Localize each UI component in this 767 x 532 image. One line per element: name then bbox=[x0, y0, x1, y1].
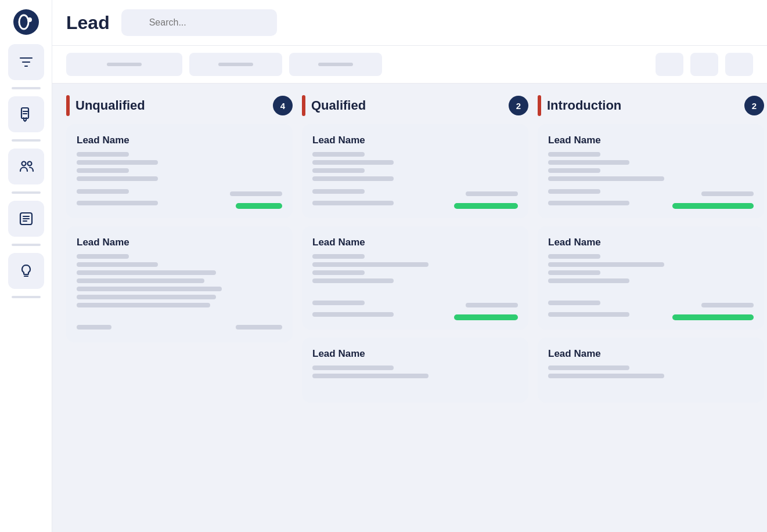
sk bbox=[312, 176, 394, 181]
card-q2-footer bbox=[312, 301, 518, 320]
sidebar-divider-1 bbox=[12, 87, 41, 89]
col-title-introduction: Introduction bbox=[547, 98, 739, 113]
card-i2-title: Lead Name bbox=[548, 237, 754, 248]
sk bbox=[548, 270, 600, 275]
sk bbox=[312, 365, 394, 370]
card-i1-title: Lead Name bbox=[548, 135, 754, 146]
sk bbox=[701, 191, 754, 196]
sidebar-divider-4 bbox=[12, 244, 41, 246]
sk bbox=[77, 262, 158, 267]
sk bbox=[548, 160, 629, 165]
main-content: Lead bbox=[52, 0, 767, 532]
card-i3[interactable]: Lead Name bbox=[538, 338, 764, 403]
card-footer-left bbox=[77, 189, 158, 209]
sk bbox=[312, 254, 365, 259]
card-q2-title: Lead Name bbox=[312, 237, 518, 248]
sk bbox=[548, 201, 629, 205]
col-header-qualified: Qualified 2 bbox=[302, 95, 528, 116]
search-wrapper bbox=[121, 9, 753, 36]
card-i1[interactable]: Lead Name bbox=[538, 124, 764, 218]
sk bbox=[77, 176, 158, 181]
page-title: Lead bbox=[66, 12, 110, 34]
progress-bar bbox=[454, 203, 518, 209]
sk bbox=[312, 374, 428, 378]
search-input[interactable] bbox=[121, 9, 277, 36]
sk bbox=[230, 191, 282, 196]
card-i2[interactable]: Lead Name bbox=[538, 226, 764, 330]
sk bbox=[312, 312, 394, 317]
sk bbox=[312, 301, 365, 305]
sk bbox=[77, 287, 222, 291]
card-q3[interactable]: Lead Name bbox=[302, 338, 528, 403]
card-footer-right bbox=[672, 191, 754, 209]
sk bbox=[312, 262, 428, 267]
spacer bbox=[548, 382, 754, 393]
sk bbox=[77, 278, 204, 283]
filter-pill-bar-3 bbox=[318, 63, 353, 66]
card-footer-left bbox=[548, 301, 629, 320]
svg-point-0 bbox=[13, 9, 39, 35]
sk bbox=[701, 303, 754, 307]
filter-pill-1[interactable] bbox=[66, 53, 182, 76]
sidebar-item-team[interactable] bbox=[8, 149, 44, 184]
spacer bbox=[312, 382, 518, 393]
card-footer-left bbox=[312, 189, 394, 209]
sk bbox=[312, 278, 394, 283]
sk bbox=[77, 168, 129, 173]
col-header-unqualified: Unqualified 4 bbox=[66, 95, 293, 116]
card-q2[interactable]: Lead Name bbox=[302, 226, 528, 330]
sk bbox=[312, 270, 365, 275]
filter-action-2[interactable] bbox=[690, 53, 718, 76]
sidebar-divider-3 bbox=[12, 191, 41, 194]
filter-pill-bar-1 bbox=[107, 63, 142, 66]
sidebar-divider-2 bbox=[12, 139, 41, 142]
card-footer-right bbox=[454, 191, 518, 209]
sk bbox=[548, 152, 600, 157]
col-accent-unqualified bbox=[66, 95, 70, 116]
filter-action-3[interactable] bbox=[725, 53, 753, 76]
progress-bar bbox=[672, 203, 754, 209]
filter-pill-2[interactable] bbox=[189, 53, 282, 76]
svg-point-6 bbox=[21, 162, 26, 166]
filter-pill-3[interactable] bbox=[289, 53, 382, 76]
col-title-unqualified: Unqualified bbox=[75, 98, 267, 113]
sk bbox=[548, 374, 664, 378]
sk bbox=[548, 301, 600, 305]
card-footer-right bbox=[672, 303, 754, 320]
sk bbox=[466, 303, 518, 307]
card-u1[interactable]: Lead Name bbox=[66, 124, 293, 218]
filter-pill-bar-2 bbox=[218, 63, 253, 66]
filter-action-1[interactable] bbox=[656, 53, 683, 76]
card-u2-footer-stub bbox=[77, 325, 282, 333]
sk bbox=[548, 278, 629, 283]
column-introduction: Introduction 2 Lead Name bbox=[538, 95, 764, 411]
card-u1-footer bbox=[77, 189, 282, 209]
sk bbox=[77, 295, 216, 299]
card-q1-title: Lead Name bbox=[312, 135, 518, 146]
card-u2[interactable]: Lead Name bbox=[66, 226, 293, 342]
col-accent-introduction bbox=[538, 95, 541, 116]
sk bbox=[548, 176, 664, 181]
sidebar-divider-5 bbox=[12, 296, 41, 298]
progress-bar bbox=[454, 314, 518, 320]
sk bbox=[77, 201, 158, 205]
sk bbox=[312, 189, 365, 194]
card-footer-right bbox=[230, 191, 282, 209]
column-qualified: Qualified 2 Lead Name bbox=[302, 95, 528, 411]
sk bbox=[312, 152, 365, 157]
header: Lead bbox=[52, 0, 767, 46]
svg-point-2 bbox=[27, 17, 32, 22]
card-footer-left bbox=[312, 301, 394, 320]
card-u2-title: Lead Name bbox=[77, 237, 282, 248]
col-header-introduction: Introduction 2 bbox=[538, 95, 764, 116]
sidebar-item-reports[interactable] bbox=[8, 201, 44, 237]
sidebar-item-ideas[interactable] bbox=[8, 253, 44, 289]
card-q1[interactable]: Lead Name bbox=[302, 124, 528, 218]
app-logo[interactable] bbox=[13, 9, 39, 35]
sidebar-item-filter[interactable] bbox=[8, 44, 44, 80]
sk bbox=[548, 365, 629, 370]
card-footer-right bbox=[454, 303, 518, 320]
sidebar-item-documents[interactable] bbox=[8, 96, 44, 132]
sk bbox=[548, 262, 664, 267]
col-badge-qualified: 2 bbox=[509, 96, 528, 115]
